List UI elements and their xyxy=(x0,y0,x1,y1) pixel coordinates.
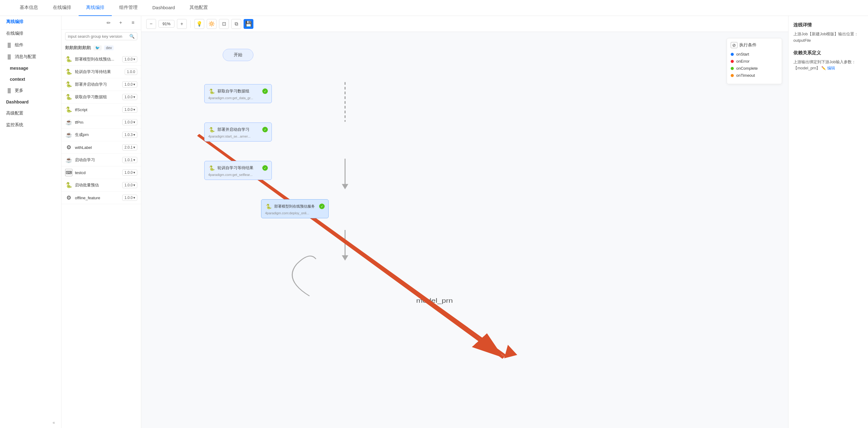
zoom-in-button[interactable]: + xyxy=(177,19,187,29)
check-icon-1: ✓ xyxy=(262,89,268,94)
workspace-tag: dev xyxy=(104,45,114,51)
search-input[interactable] xyxy=(68,34,127,39)
edit-icon[interactable]: ✏ xyxy=(104,19,113,27)
bar-chart-icon3: ▐▌ xyxy=(6,88,12,93)
version-select[interactable]: 1.0.0▾ xyxy=(122,119,137,125)
list-item[interactable]: ☕ 生成prn 1.0.3▾ xyxy=(61,129,141,141)
chevron-down-icon: ▾ xyxy=(133,107,135,112)
node-start[interactable]: 开始 xyxy=(223,49,253,61)
edit-link[interactable]: ✏️ 编辑 xyxy=(821,66,835,70)
component-name: 启动批量预估 xyxy=(75,183,120,188)
bulb-off-button[interactable]: 🔆 xyxy=(207,19,217,29)
component-name: 部署模型到在线预估... xyxy=(75,57,120,62)
detail-panel: 连线详情 上游Job【新建Job模版】输出位置：outputFile 依赖关系定… xyxy=(788,16,868,428)
bar-chart-icon: ▐▌ xyxy=(6,43,12,47)
python-icon-node3: 🐍 xyxy=(208,164,216,172)
list-item[interactable]: 🐍 获取自学习数据组 1.0.0▾ xyxy=(61,91,141,103)
exec-condition-error: onError xyxy=(731,59,778,64)
chevron-down-icon: ▾ xyxy=(133,82,135,87)
bulb-button[interactable]: 💡 xyxy=(194,19,204,29)
python-icon: 🐍 xyxy=(65,93,72,101)
list-item[interactable]: ⌨ testcd 1.0.0▾ xyxy=(61,166,141,179)
chevron-down-icon: ▾ xyxy=(133,158,135,162)
sidebar-item-msg[interactable]: ▐▌ 消息与配置 xyxy=(0,51,61,63)
java-icon: ☕ xyxy=(65,131,72,138)
python-icon: 🐍 xyxy=(65,182,72,189)
node-task-3-header: 🐍 轮训自学习等待结果 ✓ xyxy=(208,164,268,172)
python-icon: 🐍 xyxy=(65,68,72,75)
dag-icon: ⚙ xyxy=(65,194,72,201)
sidebar-item-advanced[interactable]: 高级配置 xyxy=(0,107,61,119)
top-nav: 基本信息 在线编排 离线编排 组件管理 Dashboard 其他配置 xyxy=(0,0,868,16)
node-task-4-sub: 4paradigm.com:deploy_onli... xyxy=(265,211,324,215)
chevron-down-icon: ▾ xyxy=(133,145,135,150)
component-name: 生成prn xyxy=(75,132,120,137)
save-button[interactable]: 💾 xyxy=(244,19,253,29)
canvas-main[interactable]: ⊘ 执行条件 onStart onError onComplete xyxy=(141,32,788,428)
sidebar-item-more[interactable]: ▐▌ 更多 xyxy=(0,85,61,96)
svg-marker-2 xyxy=(342,184,348,189)
list-item[interactable]: 🐍 tfScript 1.0.0▾ xyxy=(61,103,141,116)
node-task-1-sub: 4paradigm.com:get_data_gr... xyxy=(208,96,268,100)
node-task-3[interactable]: 🐍 轮训自学习等待结果 ✓ 4paradigm.com:get_selflear… xyxy=(204,161,272,180)
workspace-header: 鹅鹅鹅鹅鹅鹅 🐦 dev xyxy=(61,43,141,53)
version-select[interactable]: 1.0.0▾ xyxy=(122,81,137,88)
node-task-2[interactable]: 🐍 部署并启动自学习 ✓ 4paradigm:start_se...arner.… xyxy=(204,123,272,141)
list-item[interactable]: 🐍 启动批量预估 1.0.0▾ xyxy=(61,179,141,192)
tab-dashboard[interactable]: Dashboard xyxy=(145,0,182,16)
frame-button[interactable]: ⊡ xyxy=(219,19,229,29)
python-icon-node4: 🐍 xyxy=(265,203,273,210)
version-select[interactable]: 1.0.0▾ xyxy=(122,94,137,100)
node-task-4[interactable]: 🐍 部署模型到在线预估服务 ✓ 4paradigm.com:deploy_onl… xyxy=(261,199,329,218)
dependency-text: 上游输出绑定到下游Job输入参数：【model_prn】 ✏️ 编辑 xyxy=(793,59,863,72)
sidebar-item-components[interactable]: ▐▌ 组件 xyxy=(0,39,61,51)
tab-basic[interactable]: 基本信息 xyxy=(12,0,45,16)
python-icon-node2: 🐍 xyxy=(208,126,216,133)
list-item[interactable]: ☕ 启动自学习 1.0.1▾ xyxy=(61,154,141,166)
panel-toolbar: ✏ + ≡ xyxy=(61,16,141,30)
list-item[interactable]: 🐍 部署模型到在线预估... 1.0.0▾ xyxy=(61,53,141,66)
node-task-3-sub: 4paradigm.com:get_selflear... xyxy=(208,173,268,176)
exec-condition-panel: ⊘ 执行条件 onStart onError onComplete xyxy=(727,38,782,84)
tab-components[interactable]: 组件管理 xyxy=(112,0,145,16)
node-task-1[interactable]: 🐍 获取自学习数据组 ✓ 4paradigm.com:get_data_gr..… xyxy=(204,84,272,103)
component-name: 启动自学习 xyxy=(75,157,120,163)
version-select[interactable]: 1.0.3▾ xyxy=(122,132,137,138)
zoom-out-button[interactable]: − xyxy=(146,19,156,29)
component-list: 🐍 部署模型到在线预估... 1.0.0▾ 🐍 轮训自学习等待结果 1.0.0 … xyxy=(61,53,141,428)
list-item[interactable]: 🐍 部署并启动自学习 1.0.0▾ xyxy=(61,78,141,91)
version-select[interactable]: 1.0.0 xyxy=(125,69,137,75)
list-item[interactable]: ⚙ withLabel 2.0.1▾ xyxy=(61,141,141,154)
version-select[interactable]: 1.0.0▾ xyxy=(122,195,137,201)
sidebar-item-message[interactable]: message xyxy=(0,63,61,74)
sidebar-item-context[interactable]: context xyxy=(0,74,61,85)
version-select[interactable]: 1.0.0▾ xyxy=(122,56,137,62)
sidebar-item-monitor[interactable]: 监控系统 xyxy=(0,119,61,131)
tab-offline[interactable]: 离线编排 xyxy=(79,0,112,16)
version-select[interactable]: 1.0.0▾ xyxy=(122,182,137,188)
list-item[interactable]: ☕ tfPrn 1.0.0▾ xyxy=(61,116,141,129)
exec-condition-complete: onComplete xyxy=(731,66,778,71)
version-select[interactable]: 1.0.0▾ xyxy=(122,106,137,113)
chevron-down-icon: ▾ xyxy=(133,170,135,175)
workspace-name: 鹅鹅鹅鹅鹅鹅 xyxy=(65,45,91,51)
sidebar-collapse-btn[interactable]: « xyxy=(0,417,61,428)
menu-icon[interactable]: ≡ xyxy=(129,19,137,27)
sidebar-item-online[interactable]: 在线编排 xyxy=(0,28,61,39)
tab-other[interactable]: 其他配置 xyxy=(182,0,215,16)
version-select[interactable]: 1.0.1▾ xyxy=(122,157,137,163)
list-item[interactable]: ⚙ offline_feature 1.0.0▾ xyxy=(61,192,141,204)
list-item[interactable]: 🐍 轮训自学习等待结果 1.0.0 xyxy=(61,66,141,78)
python-icon-node1: 🐍 xyxy=(208,88,216,95)
copy-button[interactable]: ⧉ xyxy=(231,19,241,29)
sidebar-item-offline[interactable]: 离线编排 xyxy=(0,16,61,28)
python-icon: 🐍 xyxy=(65,56,72,63)
tab-online[interactable]: 在线编排 xyxy=(45,0,79,16)
version-select[interactable]: 2.0.1▾ xyxy=(122,144,137,151)
python-icon: 🐍 xyxy=(65,81,72,88)
component-name: testcd xyxy=(75,170,120,175)
dot-green xyxy=(731,67,734,70)
version-select[interactable]: 1.0.0▾ xyxy=(122,169,137,176)
sidebar-item-dashboard[interactable]: Dashboard xyxy=(0,96,61,107)
add-icon[interactable]: + xyxy=(116,19,125,27)
